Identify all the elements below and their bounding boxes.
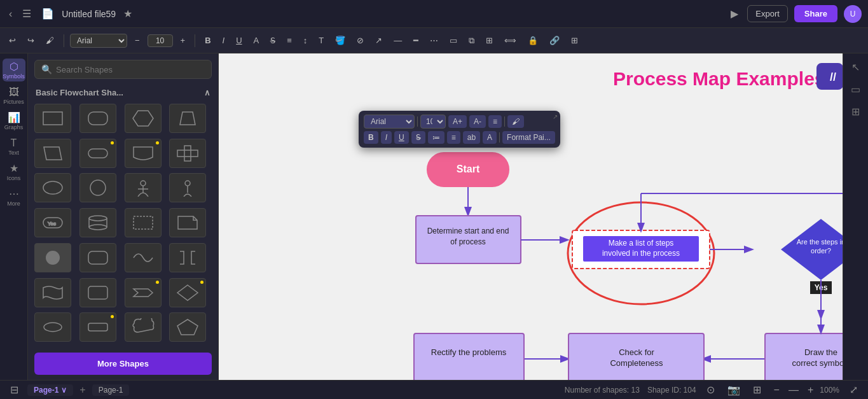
sidebar-item-text[interactable]: T Text — [3, 135, 25, 158]
shape-document[interactable] — [125, 139, 162, 168]
shape-person[interactable] — [125, 173, 162, 202]
shape-wavy-rect[interactable] — [34, 278, 71, 307]
text-style-button[interactable]: T — [315, 34, 327, 47]
tt-underline-button[interactable]: U — [394, 131, 409, 144]
crop-button[interactable]: ⊞ — [482, 34, 497, 47]
tt-format-paint-button[interactable]: 🖌 — [507, 115, 524, 128]
shape-bracket[interactable] — [169, 243, 206, 272]
layer-icon[interactable]: ⊙ — [704, 381, 717, 398]
zoom-in-button[interactable]: + — [805, 382, 816, 398]
share-button[interactable]: Share — [794, 5, 837, 22]
tt-case-button[interactable]: ab — [463, 131, 480, 144]
shape-trapezoid[interactable] — [169, 104, 206, 133]
right-grid-icon[interactable]: ⊞ — [849, 103, 862, 120]
shape-tape[interactable] — [79, 312, 116, 342]
zoom-out-button[interactable]: − — [771, 382, 782, 398]
redo-button[interactable]: ↪ — [24, 34, 38, 47]
tt-size-select[interactable]: 10 — [420, 115, 446, 129]
grid-button[interactable]: ⊞ — [567, 34, 582, 47]
sidebar-item-more[interactable]: ⋯ More — [3, 186, 25, 209]
line-color-button[interactable]: ⊘ — [353, 34, 368, 47]
play-button[interactable]: ▶ — [728, 5, 741, 22]
tt-grow-button[interactable]: A+ — [448, 115, 467, 128]
connector-button[interactable]: ↗ — [371, 34, 386, 47]
font-size-input[interactable] — [148, 34, 173, 47]
add-page-button[interactable]: + — [79, 384, 85, 396]
line-style-button[interactable]: — — [390, 34, 406, 47]
shape-small-oval[interactable] — [34, 312, 71, 342]
line-height-button[interactable]: ↕ — [300, 34, 312, 47]
tt-format-paint2-button[interactable]: Format Pai... — [502, 131, 555, 144]
tt-list-unordered-button[interactable]: ≡ — [447, 131, 460, 144]
lock-button[interactable]: 🔒 — [524, 34, 542, 47]
format-paint-button[interactable]: 🖌 — [42, 34, 58, 47]
tt-font-select[interactable]: Arial — [364, 115, 415, 129]
shape-arrow-shape[interactable] — [125, 278, 162, 307]
shape-note[interactable] — [169, 208, 206, 237]
shape-stadium[interactable] — [79, 139, 116, 168]
shape-rect-dashed[interactable] — [125, 208, 162, 237]
bold-button[interactable]: B — [201, 34, 214, 47]
italic-button[interactable]: I — [219, 34, 229, 47]
undo-button[interactable]: ↩ — [5, 34, 20, 47]
shape-rounded-rect2[interactable] — [79, 243, 116, 272]
page-tab-active[interactable]: Page-1 ∨ — [27, 384, 73, 396]
shape-wave[interactable] — [125, 243, 162, 272]
sidebar-item-graphs[interactable]: 📊 Graphs — [3, 109, 25, 132]
shape-rounded-rect[interactable] — [79, 104, 116, 133]
shape-diamond2[interactable] — [169, 278, 206, 307]
shape-cylinder[interactable] — [79, 208, 116, 237]
star-icon[interactable]: ★ — [121, 5, 135, 22]
tt-align-button[interactable]: ≡ — [488, 115, 502, 128]
tt-strike-button[interactable]: S̶ — [411, 131, 425, 144]
fill-color-button[interactable]: 🪣 — [331, 34, 349, 47]
tt-italic-button[interactable]: I — [381, 131, 392, 144]
sidebar-toggle-icon[interactable]: ⊟ — [8, 381, 21, 398]
decrease-size-button[interactable]: − — [131, 34, 144, 47]
right-pointer-icon[interactable]: ↖ — [849, 59, 862, 76]
duplicate-button[interactable]: ⧉ — [465, 34, 478, 48]
font-select[interactable]: Arial — [70, 34, 127, 48]
search-input[interactable] — [56, 65, 205, 74]
tt-shrink-button[interactable]: A- — [469, 115, 486, 128]
shadow-button[interactable]: ▭ — [446, 34, 461, 47]
back-button[interactable]: ‹ — [6, 6, 15, 22]
line-type-button[interactable]: ━ — [410, 34, 422, 47]
sidebar-item-pictures[interactable]: 🖼 Pictures — [3, 84, 25, 107]
more-shapes-button[interactable]: More Shapes — [34, 353, 212, 375]
export-button[interactable]: Export — [747, 5, 788, 22]
page-tab-1[interactable]: Page-1 — [92, 384, 130, 396]
tt-font-color-button[interactable]: A — [483, 131, 497, 144]
shape-cloud[interactable] — [125, 312, 162, 342]
sidebar-item-icons[interactable]: ★ Icons — [3, 160, 25, 183]
strikethrough-button[interactable]: S̶ — [266, 34, 279, 47]
shape-rectangle[interactable] — [34, 104, 71, 133]
shape-circle[interactable] — [79, 173, 116, 202]
flip-button[interactable]: ⟺ — [500, 34, 520, 47]
underline-button[interactable]: U — [232, 34, 245, 47]
avatar[interactable]: U — [844, 5, 862, 23]
shape-hexagon[interactable] — [125, 104, 162, 133]
shape-circle-filled[interactable] — [34, 243, 71, 272]
canvas-area[interactable]: Arial 10 A+ A- ≡ 🖌 ↗ B I U S̶ ≔ ≡ — [219, 53, 843, 380]
shape-parallelogram[interactable] — [34, 139, 71, 168]
shape-pentagon[interactable] — [169, 312, 206, 342]
sidebar-item-symbols[interactable]: ⬡ Symbols — [3, 59, 25, 81]
tt-bold-button[interactable]: B — [364, 131, 378, 144]
increase-size-button[interactable]: + — [177, 34, 189, 47]
fullscreen-button[interactable]: ⤢ — [847, 381, 860, 398]
align-button[interactable]: ≡ — [283, 34, 296, 47]
shape-actor[interactable] — [169, 173, 206, 202]
link-button[interactable]: 🔗 — [546, 34, 563, 47]
tt-list-ordered-button[interactable]: ≔ — [428, 131, 444, 144]
right-shapes-icon[interactable]: ▭ — [848, 81, 863, 98]
shape-rect-rounded2[interactable] — [79, 278, 116, 307]
map-icon[interactable]: ⊞ — [750, 381, 764, 398]
menu-button[interactable]: ☰ — [20, 5, 34, 22]
collapse-icon[interactable]: ∧ — [204, 88, 210, 97]
shape-oval[interactable] — [34, 173, 71, 202]
shape-cross[interactable] — [169, 139, 206, 168]
border-style-button[interactable]: ⋯ — [426, 34, 442, 47]
camera-icon[interactable]: 📷 — [725, 381, 743, 398]
shape-terminal[interactable]: Yes — [34, 208, 71, 237]
